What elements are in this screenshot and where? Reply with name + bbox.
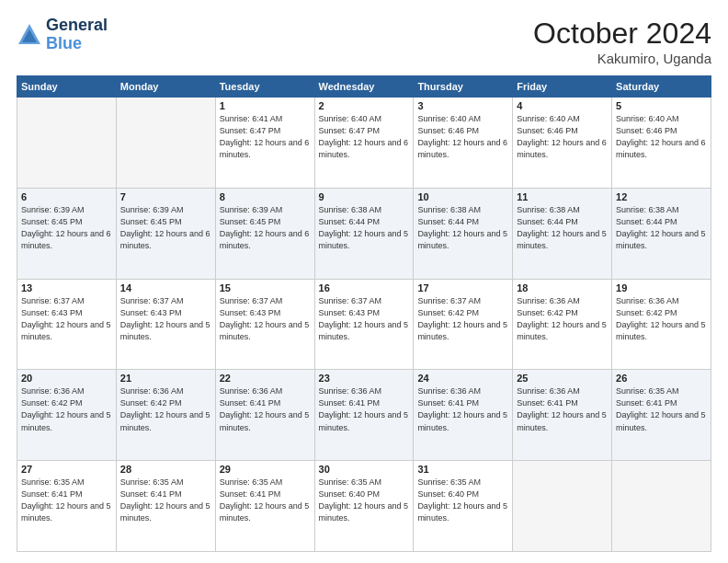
day-number: 10 [417, 191, 508, 202]
logo: General Blue [17, 17, 108, 53]
calendar-day-cell [612, 461, 711, 552]
col-sunday: Sunday [17, 76, 117, 98]
calendar-day-cell: 7Sunrise: 6:39 AM Sunset: 6:45 PM Daylig… [116, 188, 215, 279]
day-number: 8 [220, 191, 311, 202]
calendar-day-cell: 10Sunrise: 6:38 AM Sunset: 6:44 PM Dayli… [414, 188, 513, 279]
day-info: Sunrise: 6:40 AM Sunset: 6:46 PM Dayligh… [417, 113, 508, 161]
day-number: 9 [319, 191, 410, 202]
calendar-day-cell [17, 98, 117, 189]
calendar-day-cell: 3Sunrise: 6:40 AM Sunset: 6:46 PM Daylig… [414, 98, 513, 189]
calendar-week-row: 27Sunrise: 6:35 AM Sunset: 6:41 PM Dayli… [17, 461, 711, 552]
day-info: Sunrise: 6:36 AM Sunset: 6:42 PM Dayligh… [21, 385, 112, 433]
calendar-day-cell: 1Sunrise: 6:41 AM Sunset: 6:47 PM Daylig… [215, 98, 314, 189]
day-number: 30 [319, 464, 410, 475]
day-number: 15 [220, 282, 311, 293]
calendar-day-cell: 2Sunrise: 6:40 AM Sunset: 6:47 PM Daylig… [314, 98, 414, 189]
day-info: Sunrise: 6:39 AM Sunset: 6:45 PM Dayligh… [220, 204, 311, 252]
day-number: 1 [220, 100, 311, 111]
day-number: 14 [120, 282, 211, 293]
day-number: 16 [319, 282, 410, 293]
header: General Blue October 2024 Kakumiro, Ugan… [17, 17, 711, 66]
day-info: Sunrise: 6:38 AM Sunset: 6:44 PM Dayligh… [616, 204, 707, 252]
calendar-day-cell [116, 98, 215, 189]
day-info: Sunrise: 6:37 AM Sunset: 6:43 PM Dayligh… [21, 295, 112, 343]
calendar-day-cell: 19Sunrise: 6:36 AM Sunset: 6:42 PM Dayli… [612, 279, 711, 370]
day-number: 3 [417, 100, 508, 111]
day-number: 6 [21, 191, 112, 202]
calendar-day-cell: 4Sunrise: 6:40 AM Sunset: 6:46 PM Daylig… [513, 98, 612, 189]
calendar-day-cell: 15Sunrise: 6:37 AM Sunset: 6:43 PM Dayli… [215, 279, 314, 370]
day-number: 18 [517, 282, 608, 293]
day-info: Sunrise: 6:37 AM Sunset: 6:42 PM Dayligh… [417, 295, 508, 343]
day-info: Sunrise: 6:36 AM Sunset: 6:41 PM Dayligh… [220, 385, 311, 433]
calendar-header-row: Sunday Monday Tuesday Wednesday Thursday… [17, 76, 711, 98]
calendar-day-cell: 12Sunrise: 6:38 AM Sunset: 6:44 PM Dayli… [612, 188, 711, 279]
day-number: 17 [417, 282, 508, 293]
day-info: Sunrise: 6:39 AM Sunset: 6:45 PM Dayligh… [21, 204, 112, 252]
title-block: October 2024 Kakumiro, Uganda [533, 17, 711, 66]
day-info: Sunrise: 6:35 AM Sunset: 6:40 PM Dayligh… [319, 477, 410, 524]
logo-text: General Blue [46, 17, 108, 53]
day-info: Sunrise: 6:36 AM Sunset: 6:42 PM Dayligh… [616, 295, 707, 343]
calendar-day-cell: 30Sunrise: 6:35 AM Sunset: 6:40 PM Dayli… [314, 461, 414, 552]
calendar-day-cell: 22Sunrise: 6:36 AM Sunset: 6:41 PM Dayli… [215, 370, 314, 461]
calendar-day-cell: 31Sunrise: 6:35 AM Sunset: 6:40 PM Dayli… [414, 461, 513, 552]
calendar-week-row: 1Sunrise: 6:41 AM Sunset: 6:47 PM Daylig… [17, 98, 711, 189]
day-number: 11 [517, 191, 608, 202]
day-number: 23 [319, 373, 410, 384]
calendar-day-cell: 20Sunrise: 6:36 AM Sunset: 6:42 PM Dayli… [17, 370, 117, 461]
day-info: Sunrise: 6:36 AM Sunset: 6:42 PM Dayligh… [120, 385, 211, 433]
day-number: 29 [220, 464, 311, 475]
day-number: 27 [21, 464, 112, 475]
calendar-week-row: 20Sunrise: 6:36 AM Sunset: 6:42 PM Dayli… [17, 370, 711, 461]
calendar-day-cell: 5Sunrise: 6:40 AM Sunset: 6:46 PM Daylig… [612, 98, 711, 189]
calendar-day-cell: 24Sunrise: 6:36 AM Sunset: 6:41 PM Dayli… [414, 370, 513, 461]
day-number: 19 [616, 282, 707, 293]
day-info: Sunrise: 6:37 AM Sunset: 6:43 PM Dayligh… [319, 295, 410, 343]
col-friday: Friday [513, 76, 612, 98]
day-number: 28 [120, 464, 211, 475]
calendar-week-row: 13Sunrise: 6:37 AM Sunset: 6:43 PM Dayli… [17, 279, 711, 370]
day-info: Sunrise: 6:40 AM Sunset: 6:46 PM Dayligh… [616, 113, 707, 161]
month-title: October 2024 [533, 17, 711, 51]
calendar-table: Sunday Monday Tuesday Wednesday Thursday… [17, 75, 711, 552]
col-monday: Monday [116, 76, 215, 98]
location: Kakumiro, Uganda [533, 51, 711, 66]
day-info: Sunrise: 6:36 AM Sunset: 6:41 PM Dayligh… [417, 385, 508, 433]
calendar-day-cell: 9Sunrise: 6:38 AM Sunset: 6:44 PM Daylig… [314, 188, 414, 279]
day-info: Sunrise: 6:35 AM Sunset: 6:41 PM Dayligh… [120, 477, 211, 524]
day-number: 24 [417, 373, 508, 384]
day-number: 31 [417, 464, 508, 475]
logo-icon [17, 22, 42, 48]
calendar-day-cell: 11Sunrise: 6:38 AM Sunset: 6:44 PM Dayli… [513, 188, 612, 279]
calendar-day-cell: 8Sunrise: 6:39 AM Sunset: 6:45 PM Daylig… [215, 188, 314, 279]
day-info: Sunrise: 6:37 AM Sunset: 6:43 PM Dayligh… [220, 295, 311, 343]
calendar-day-cell: 18Sunrise: 6:36 AM Sunset: 6:42 PM Dayli… [513, 279, 612, 370]
day-number: 21 [120, 373, 211, 384]
calendar-week-row: 6Sunrise: 6:39 AM Sunset: 6:45 PM Daylig… [17, 188, 711, 279]
day-number: 13 [21, 282, 112, 293]
day-info: Sunrise: 6:38 AM Sunset: 6:44 PM Dayligh… [517, 204, 608, 252]
day-number: 26 [616, 373, 707, 384]
day-number: 2 [319, 100, 410, 111]
day-info: Sunrise: 6:35 AM Sunset: 6:41 PM Dayligh… [21, 477, 112, 524]
day-number: 20 [21, 373, 112, 384]
day-info: Sunrise: 6:35 AM Sunset: 6:41 PM Dayligh… [616, 385, 707, 433]
day-info: Sunrise: 6:39 AM Sunset: 6:45 PM Dayligh… [120, 204, 211, 252]
calendar-day-cell: 6Sunrise: 6:39 AM Sunset: 6:45 PM Daylig… [17, 188, 117, 279]
day-info: Sunrise: 6:38 AM Sunset: 6:44 PM Dayligh… [319, 204, 410, 252]
calendar-day-cell: 28Sunrise: 6:35 AM Sunset: 6:41 PM Dayli… [116, 461, 215, 552]
calendar-day-cell: 29Sunrise: 6:35 AM Sunset: 6:41 PM Dayli… [215, 461, 314, 552]
day-info: Sunrise: 6:40 AM Sunset: 6:46 PM Dayligh… [517, 113, 608, 161]
calendar-day-cell: 25Sunrise: 6:36 AM Sunset: 6:41 PM Dayli… [513, 370, 612, 461]
day-info: Sunrise: 6:35 AM Sunset: 6:41 PM Dayligh… [220, 477, 311, 524]
day-info: Sunrise: 6:40 AM Sunset: 6:47 PM Dayligh… [319, 113, 410, 161]
day-info: Sunrise: 6:37 AM Sunset: 6:43 PM Dayligh… [120, 295, 211, 343]
day-info: Sunrise: 6:38 AM Sunset: 6:44 PM Dayligh… [417, 204, 508, 252]
calendar-day-cell: 27Sunrise: 6:35 AM Sunset: 6:41 PM Dayli… [17, 461, 117, 552]
calendar-day-cell: 26Sunrise: 6:35 AM Sunset: 6:41 PM Dayli… [612, 370, 711, 461]
calendar-day-cell: 21Sunrise: 6:36 AM Sunset: 6:42 PM Dayli… [116, 370, 215, 461]
day-number: 22 [220, 373, 311, 384]
day-info: Sunrise: 6:36 AM Sunset: 6:42 PM Dayligh… [517, 295, 608, 343]
calendar-day-cell: 13Sunrise: 6:37 AM Sunset: 6:43 PM Dayli… [17, 279, 117, 370]
